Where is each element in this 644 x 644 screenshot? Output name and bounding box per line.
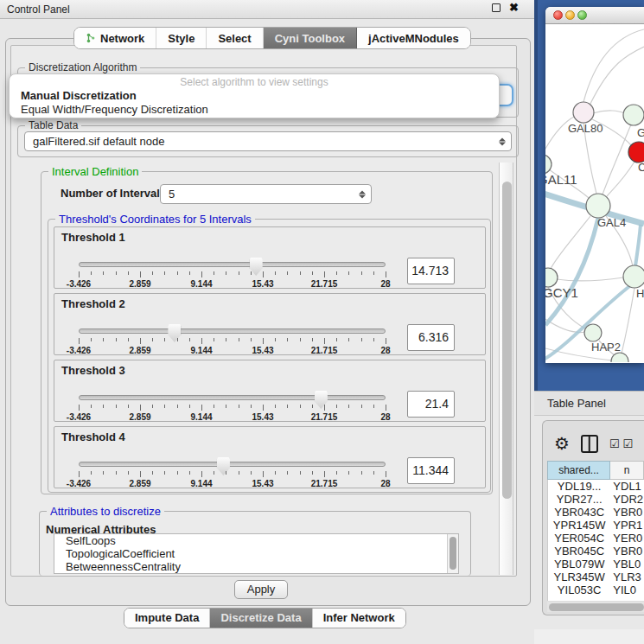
threshold-4-value[interactable]: 11.344	[407, 457, 455, 484]
algorithm-group-title: Discretization Algorithm	[25, 61, 140, 73]
tab-infer-network[interactable]: Infer Network	[313, 609, 405, 628]
tick-label: 2.859	[129, 346, 150, 355]
dropdown-item-equal-width[interactable]: Equal Width/Frequency Discretization	[10, 103, 499, 117]
tab-style[interactable]: Style	[156, 28, 207, 48]
table-row[interactable]: YIL053CYIL0	[548, 583, 644, 596]
bottom-strip	[534, 629, 644, 644]
tick-label: 21.715	[311, 479, 338, 488]
table-row[interactable]: YPR145WYPR1	[548, 519, 644, 532]
list-item[interactable]: BetweennessCentrality	[54, 560, 458, 573]
tick-label: 9.144	[190, 412, 212, 422]
threshold-2-slider[interactable]	[79, 328, 386, 334]
tab-select-label: Select	[218, 32, 251, 45]
threshold-3-slider[interactable]	[79, 395, 386, 400]
node-label-gal4: GAL4	[597, 216, 626, 229]
form-scrollbar[interactable]	[499, 163, 513, 575]
table-row[interactable]: YBL079WYBL0	[548, 558, 644, 571]
threshold-1-label: Threshold 1	[61, 231, 125, 244]
table-horizontal-scrollbar[interactable]	[547, 602, 644, 612]
minimize-traffic-light[interactable]	[565, 10, 575, 20]
control-panel-tabs: Network Style Select Cyni Toolbox jActiv…	[73, 27, 471, 49]
tick-label: 9.144	[190, 279, 212, 289]
table-row[interactable]: YLR345WYLR3	[548, 571, 644, 583]
node-label-h: H	[636, 287, 644, 300]
node-label-gal80: GAL80	[568, 122, 603, 135]
panel-title: Control Panel	[0, 3, 70, 16]
threshold-1-panel: Threshold 1 -3.426 2.859 9.144 15.43 21.…	[54, 226, 486, 289]
table-header-row: shared... n	[547, 461, 644, 480]
slider-tick-labels: -3.426 2.859 9.144 15.43 21.715 28	[79, 479, 386, 488]
node-label-ga: GA	[637, 126, 644, 139]
list-item[interactable]: TopologicalCoefficient	[54, 547, 458, 560]
tick-label: 15.43	[252, 346, 273, 355]
gear-icon[interactable]: ⚙	[554, 435, 570, 452]
num-intervals-label: Number of Intervals	[61, 187, 166, 200]
table-row[interactable]: YBR045CYBR0	[548, 545, 644, 558]
table-row[interactable]: YER054CYER0	[548, 532, 644, 545]
threshold-2-value[interactable]: 6.316	[407, 324, 455, 351]
slider-ticks	[79, 271, 386, 278]
threshold-4-slider[interactable]	[79, 462, 386, 467]
network-canvas[interactable]: GAL80 GA C GAL11 GAL4 GCY1 H HAP2	[545, 24, 644, 362]
node-gcy1[interactable]	[545, 268, 558, 287]
apply-button[interactable]: Apply	[234, 580, 288, 599]
threshold-1-value[interactable]: 14.713	[407, 258, 455, 284]
table-row[interactable]: YBR043CYBR0	[548, 506, 644, 519]
tab-network[interactable]: Network	[74, 28, 156, 48]
float-icon[interactable]	[492, 3, 501, 12]
node-hap2[interactable]	[584, 324, 602, 341]
node-label-gal11: GAL11	[545, 172, 577, 187]
close-icon[interactable]: ✖	[509, 3, 519, 12]
tick-label: 2.859	[129, 412, 150, 422]
column-header-shared-name[interactable]: shared...	[547, 461, 610, 480]
node-table: shared... n YDL19...YDL1 YDR27...YDR2 YB…	[547, 461, 644, 601]
table-row[interactable]: YDR27...YDR2	[548, 493, 644, 506]
tick-label: 15.43	[252, 479, 273, 488]
dropdown-item-manual[interactable]: Manual Discretization	[10, 89, 499, 103]
tick-label: -3.426	[67, 479, 91, 488]
table-row[interactable]: YDL19...YDL1	[548, 480, 644, 493]
threshold-4-label: Threshold 4	[61, 430, 125, 443]
numerical-attributes-list[interactable]: SelfLoops TopologicalCoefficient Between…	[54, 533, 459, 574]
tick-label: 21.715	[311, 279, 338, 289]
num-intervals-combobox[interactable]: 5	[160, 184, 372, 204]
node-top-right[interactable]	[623, 105, 644, 125]
tab-discretize-data[interactable]: Discretize Data	[210, 609, 312, 628]
node-label-c: C	[638, 161, 644, 174]
slider-tick-labels: -3.426 2.859 9.144 15.43 21.715 28	[79, 412, 386, 422]
threshold-3-label: Threshold 3	[61, 364, 125, 377]
node-h[interactable]	[623, 265, 644, 288]
split-columns-icon[interactable]	[581, 435, 598, 453]
checkbox-icon[interactable]: ☑	[623, 437, 634, 450]
form-scrollbar-thumb[interactable]	[502, 182, 512, 499]
tick-label: -3.426	[67, 346, 91, 355]
control-panel-titlebar: Control Panel ✖	[0, 0, 534, 19]
tab-jactivemnodules[interactable]: jActiveMNodules	[357, 28, 470, 48]
zoom-traffic-light[interactable]	[577, 10, 587, 20]
table-data-combobox[interactable]: galFiltered.sif default node	[24, 131, 512, 151]
threshold-2-panel: Threshold 2 -3.426 2.859 9.144 15.43 21.…	[54, 293, 486, 355]
tab-impute-data[interactable]: Impute Data	[124, 609, 210, 628]
threshold-1-slider[interactable]	[79, 262, 386, 267]
table-toolbar: ⚙ ☑ ☑	[542, 428, 644, 459]
tick-label: 9.144	[190, 479, 212, 488]
tick-label: 28	[380, 479, 390, 488]
table-body[interactable]: YDL19...YDL1 YDR27...YDR2 YBR043CYBR0 YP…	[547, 480, 644, 601]
node-gal4[interactable]	[586, 194, 610, 218]
threshold-2-label: Threshold 2	[61, 297, 125, 310]
list-scrollbar[interactable]	[447, 534, 458, 573]
node-gal80[interactable]	[573, 102, 594, 123]
checkbox-icon[interactable]: ☑	[609, 437, 620, 450]
node-selected-red[interactable]	[628, 142, 644, 163]
tab-cyni-toolbox[interactable]: Cyni Toolbox	[264, 28, 357, 48]
tick-label: 28	[380, 346, 390, 355]
list-item[interactable]: SelfLoops	[54, 534, 458, 547]
network-graph: GAL80 GA C GAL11 GAL4 GCY1 H HAP2	[545, 24, 644, 362]
table-hscroll-thumb[interactable]	[549, 603, 644, 611]
network-view-window: GAL80 GA C GAL11 GAL4 GCY1 H HAP2	[545, 7, 644, 363]
close-traffic-light[interactable]	[553, 10, 563, 20]
tab-select[interactable]: Select	[207, 28, 263, 48]
threshold-3-value[interactable]: 21.4	[407, 391, 455, 418]
column-header-name[interactable]: n	[610, 461, 644, 480]
num-intervals-value: 5	[169, 188, 175, 201]
